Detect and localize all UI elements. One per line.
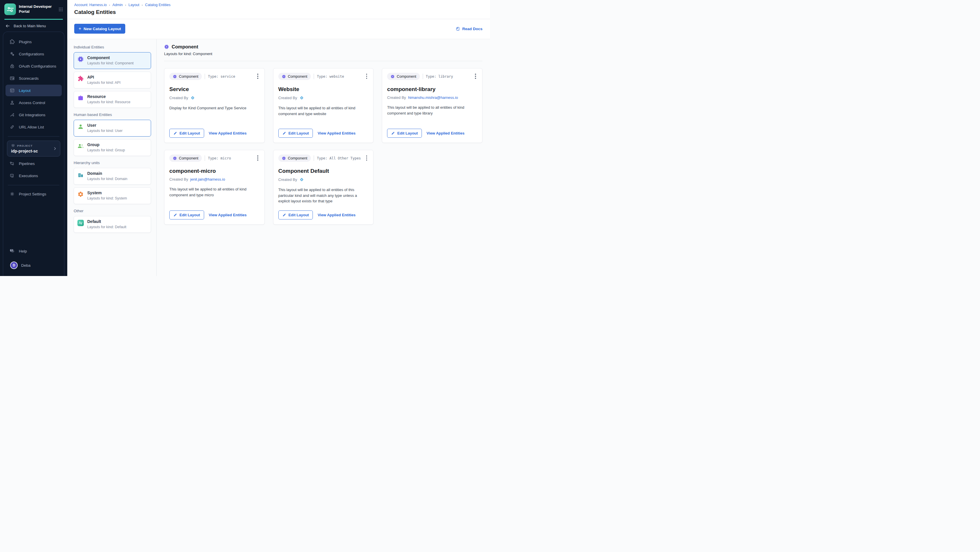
- breadcrumb-account[interactable]: Account: Harness.io: [74, 3, 107, 7]
- card-description: Display for Kind Component and Type Serv…: [169, 105, 259, 111]
- breadcrumb-admin[interactable]: Admin: [113, 3, 123, 7]
- layout-card-component-default: Component Type: All Other Types Componen…: [273, 150, 374, 225]
- view-applied-entities-link[interactable]: View Applied Entities: [426, 131, 465, 135]
- sidebar-item-configurations[interactable]: Configurations: [5, 48, 62, 60]
- created-by-label: Created By: [387, 95, 406, 100]
- user-name: Deba: [21, 263, 30, 267]
- group-users-icon: [77, 143, 84, 149]
- sidebar-item-oauth-configurations[interactable]: OAuth Configurations: [5, 60, 62, 72]
- sidebar-divider: [8, 136, 59, 137]
- sidebar-item-pipelines[interactable]: Pipelines: [5, 158, 62, 169]
- section-heading-individual-entities: Individual Entities: [74, 45, 151, 49]
- type-label: Type: library: [426, 75, 453, 79]
- page-header: Account: Harness.io › Admin › Layout › C…: [67, 0, 490, 19]
- sidebar-item-scorecards[interactable]: Scorecards: [5, 73, 62, 84]
- card-title: Service: [169, 86, 259, 92]
- plus-icon: +: [79, 26, 81, 31]
- kebab-menu-icon[interactable]: [474, 73, 477, 80]
- entity-card-default[interactable]: Default Layouts for kind: Default: [74, 216, 151, 233]
- puzzle-icon: [10, 39, 15, 45]
- sidebar-item-layout[interactable]: Layout: [5, 85, 62, 96]
- sidebar: Internal Developer Portal Back to Main M…: [0, 0, 67, 276]
- breadcrumb-layout[interactable]: Layout: [129, 3, 140, 7]
- pencil-icon: [282, 213, 286, 217]
- sidebar-item-access-control[interactable]: Access Control: [5, 97, 62, 108]
- card-description: This layout will be applied to all entit…: [387, 105, 477, 116]
- card-title: component-micro: [169, 168, 259, 174]
- new-catalog-layout-button[interactable]: + New Catalog Layout: [74, 24, 125, 33]
- creator-email-link[interactable]: himanshu.mishra@harness.io: [408, 95, 458, 100]
- component-chip-icon: [164, 45, 169, 49]
- edit-layout-button[interactable]: Edit Layout: [169, 129, 204, 138]
- layers-icon: [11, 143, 15, 148]
- kebab-menu-icon[interactable]: [256, 73, 259, 80]
- entity-card-system[interactable]: System Layouts for kind: System: [74, 187, 151, 204]
- sidebar-item-plugins[interactable]: Plugins: [5, 36, 62, 48]
- layout-cards-grid: Component Type: service Service Created …: [164, 68, 482, 225]
- project-selector[interactable]: PROJECT idp-project-sc: [7, 141, 60, 157]
- entity-card-component[interactable]: Component Layouts for kind: Component: [74, 52, 151, 69]
- kind-header: Component: [164, 44, 482, 49]
- project-label: PROJECT: [17, 144, 33, 147]
- kebab-menu-icon[interactable]: [365, 73, 369, 80]
- creator-email-link[interactable]: jenil.jain@harness.io: [190, 177, 225, 181]
- type-label: Type: All Other Types: [317, 156, 361, 160]
- kind-badge: Component: [387, 73, 420, 80]
- person-icon: [10, 100, 15, 105]
- avatar: D: [10, 261, 18, 269]
- edit-layout-button[interactable]: Edit Layout: [169, 210, 204, 220]
- section-heading-hierarchy-units: Hierarchy units: [74, 161, 151, 165]
- pencil-icon: [173, 131, 177, 135]
- app-grid-menu-icon[interactable]: [58, 7, 63, 12]
- entity-card-resource[interactable]: Resource Layouts for kind: Resource: [74, 91, 151, 108]
- sidebar-menu-panel: Plugins Configurations OAuth Configurati…: [3, 32, 64, 276]
- sidebar-item-git-integrations[interactable]: Git Integrations: [5, 109, 62, 121]
- layout-card-website: Component Type: website Website Created …: [273, 68, 374, 143]
- user-menu[interactable]: D Deba: [5, 261, 62, 269]
- pencil-icon: [282, 131, 286, 135]
- sidebar-item-executions[interactable]: Executions: [5, 170, 62, 181]
- created-by-label: Created By: [169, 177, 188, 181]
- section-heading-human-based-entities: Human based Entities: [74, 113, 151, 117]
- entity-card-api[interactable]: API Layouts for kind: API: [74, 72, 151, 88]
- kebab-menu-icon[interactable]: [365, 154, 369, 161]
- entity-card-group[interactable]: Group Layouts for kind: Group: [74, 139, 151, 156]
- component-chip-icon: [282, 156, 286, 160]
- resource-briefcase-icon: [77, 95, 84, 101]
- edit-layout-button[interactable]: Edit Layout: [387, 129, 422, 138]
- layout-card-component-micro: Component Type: micro component-micro Cr…: [164, 150, 265, 225]
- sidebar-item-project-settings[interactable]: Project Settings: [5, 188, 62, 200]
- sidebar-item-help[interactable]: Help: [5, 245, 62, 257]
- type-label: Type: website: [317, 75, 344, 79]
- harness-creator-icon: [299, 177, 304, 182]
- breadcrumb-catalog-entities[interactable]: Catalog Entities: [145, 3, 170, 7]
- kind-divider: [164, 61, 482, 61]
- pipelines-icon: [10, 161, 15, 166]
- sidebar-item-url-allow-list[interactable]: URL Allow List: [5, 121, 62, 133]
- kebab-menu-icon[interactable]: [256, 154, 259, 161]
- read-docs-link[interactable]: Read Docs: [455, 26, 482, 31]
- edit-layout-button[interactable]: Edit Layout: [278, 210, 313, 220]
- pencil-icon: [391, 131, 395, 135]
- chevron-right-icon: [53, 146, 57, 151]
- view-applied-entities-link[interactable]: View Applied Entities: [318, 131, 355, 135]
- view-applied-entities-link[interactable]: View Applied Entities: [209, 213, 247, 217]
- project-name: idp-project-sc: [11, 149, 51, 153]
- kind-badge: Component: [278, 73, 311, 80]
- card-title: Component Default: [278, 168, 369, 174]
- breadcrumb-separator: ›: [109, 3, 110, 7]
- view-applied-entities-link[interactable]: View Applied Entities: [209, 131, 247, 135]
- entity-card-user[interactable]: User Layouts for kind: User: [74, 120, 151, 137]
- scorecard-icon: [10, 76, 15, 81]
- breadcrumb-separator: ›: [142, 3, 143, 7]
- default-logo-icon: [77, 220, 84, 226]
- kind-badge: Component: [169, 154, 202, 162]
- arrow-left-icon: [5, 24, 10, 29]
- view-applied-entities-link[interactable]: View Applied Entities: [318, 213, 355, 217]
- back-to-main-menu[interactable]: Back to Main Menu: [0, 20, 67, 32]
- edit-layout-button[interactable]: Edit Layout: [278, 129, 313, 138]
- entity-card-domain[interactable]: Domain Layouts for kind: Domain: [74, 168, 151, 185]
- card-title: Website: [278, 86, 369, 92]
- git-branch-icon: [10, 112, 15, 118]
- sidebar-divider: [8, 185, 59, 185]
